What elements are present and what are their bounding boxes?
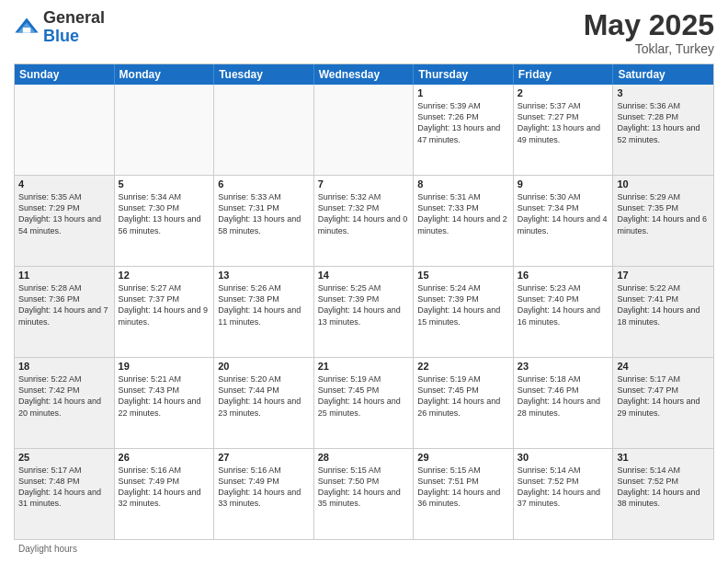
day-info: Sunrise: 5:17 AMSunset: 7:47 PMDaylight:…	[617, 373, 710, 419]
calendar-cell: 10Sunrise: 5:29 AMSunset: 7:35 PMDayligh…	[613, 176, 713, 266]
day-number: 6	[218, 178, 310, 190]
day-number: 13	[218, 270, 310, 281]
day-number: 22	[417, 361, 509, 372]
day-number: 16	[518, 270, 609, 281]
calendar-cell: 13Sunrise: 5:26 AMSunset: 7:38 PMDayligh…	[214, 267, 314, 357]
location: Toklar, Turkey	[584, 41, 714, 56]
day-info: Sunrise: 5:34 AMSunset: 7:30 PMDaylight:…	[119, 191, 210, 236]
day-of-week-header: Sunday	[15, 64, 115, 85]
day-info: Sunrise: 5:29 AMSunset: 7:35 PMDaylight:…	[617, 191, 710, 236]
calendar-cell: 4Sunrise: 5:35 AMSunset: 7:29 PMDaylight…	[15, 176, 115, 266]
day-info: Sunrise: 5:15 AMSunset: 7:51 PMDaylight:…	[417, 465, 509, 510]
calendar-cell: 2Sunrise: 5:37 AMSunset: 7:27 PMDaylight…	[514, 85, 614, 175]
logo-icon	[14, 15, 40, 40]
day-of-week-header: Wednesday	[314, 64, 415, 85]
day-info: Sunrise: 5:20 AMSunset: 7:44 PMDaylight:…	[218, 373, 310, 419]
daylight-label: Daylight hours	[18, 544, 77, 554]
calendar-cell: 9Sunrise: 5:30 AMSunset: 7:34 PMDaylight…	[514, 176, 614, 266]
day-number: 8	[417, 178, 509, 190]
calendar-cell: 11Sunrise: 5:28 AMSunset: 7:36 PMDayligh…	[15, 267, 115, 357]
day-of-week-header: Tuesday	[214, 64, 314, 85]
day-info: Sunrise: 5:22 AMSunset: 7:41 PMDaylight:…	[617, 282, 710, 327]
calendar-cell	[115, 85, 215, 175]
calendar-cell: 31Sunrise: 5:14 AMSunset: 7:52 PMDayligh…	[613, 449, 713, 539]
day-number: 12	[119, 270, 210, 281]
day-of-week-header: Saturday	[613, 64, 713, 85]
calendar-cell: 16Sunrise: 5:23 AMSunset: 7:40 PMDayligh…	[514, 267, 614, 357]
day-info: Sunrise: 5:21 AMSunset: 7:43 PMDaylight:…	[119, 373, 210, 419]
footer: Daylight hours	[14, 544, 714, 554]
day-info: Sunrise: 5:16 AMSunset: 7:49 PMDaylight:…	[218, 465, 310, 510]
calendar-cell: 28Sunrise: 5:15 AMSunset: 7:50 PMDayligh…	[314, 449, 415, 539]
calendar-cell: 25Sunrise: 5:17 AMSunset: 7:48 PMDayligh…	[15, 449, 115, 539]
day-info: Sunrise: 5:14 AMSunset: 7:52 PMDaylight:…	[518, 465, 609, 510]
calendar-cell: 29Sunrise: 5:15 AMSunset: 7:51 PMDayligh…	[414, 449, 514, 539]
day-of-week-header: Monday	[115, 64, 215, 85]
calendar-header-row: SundayMondayTuesdayWednesdayThursdayFrid…	[15, 64, 713, 85]
calendar-cell: 7Sunrise: 5:32 AMSunset: 7:32 PMDaylight…	[314, 176, 415, 266]
day-number: 5	[119, 178, 210, 190]
day-number: 28	[318, 452, 410, 463]
day-info: Sunrise: 5:31 AMSunset: 7:33 PMDaylight:…	[417, 191, 509, 236]
day-info: Sunrise: 5:39 AMSunset: 7:26 PMDaylight:…	[417, 100, 509, 145]
day-number: 25	[18, 452, 110, 463]
header: General Blue May 2025 Toklar, Turkey	[14, 9, 714, 56]
day-info: Sunrise: 5:35 AMSunset: 7:29 PMDaylight:…	[18, 191, 110, 236]
day-info: Sunrise: 5:19 AMSunset: 7:45 PMDaylight:…	[318, 373, 410, 419]
day-info: Sunrise: 5:33 AMSunset: 7:31 PMDaylight:…	[218, 191, 310, 236]
day-info: Sunrise: 5:15 AMSunset: 7:50 PMDaylight:…	[318, 465, 410, 510]
day-number: 1	[417, 87, 509, 98]
day-info: Sunrise: 5:26 AMSunset: 7:38 PMDaylight:…	[218, 282, 310, 327]
day-info: Sunrise: 5:18 AMSunset: 7:46 PMDaylight:…	[518, 373, 609, 419]
calendar-cell: 30Sunrise: 5:14 AMSunset: 7:52 PMDayligh…	[514, 449, 614, 539]
day-number: 18	[18, 361, 110, 372]
day-info: Sunrise: 5:14 AMSunset: 7:52 PMDaylight:…	[617, 465, 710, 510]
calendar-cell: 3Sunrise: 5:36 AMSunset: 7:28 PMDaylight…	[613, 85, 713, 175]
calendar-cell	[15, 85, 115, 175]
calendar-week-row: 11Sunrise: 5:28 AMSunset: 7:36 PMDayligh…	[15, 267, 713, 358]
day-number: 7	[318, 178, 410, 190]
calendar-cell: 14Sunrise: 5:25 AMSunset: 7:39 PMDayligh…	[314, 267, 415, 357]
calendar-cell: 22Sunrise: 5:19 AMSunset: 7:45 PMDayligh…	[414, 358, 514, 448]
day-info: Sunrise: 5:19 AMSunset: 7:45 PMDaylight:…	[417, 373, 509, 419]
calendar-cell: 1Sunrise: 5:39 AMSunset: 7:26 PMDaylight…	[414, 85, 514, 175]
day-number: 27	[218, 452, 310, 463]
calendar-week-row: 25Sunrise: 5:17 AMSunset: 7:48 PMDayligh…	[15, 449, 713, 539]
day-info: Sunrise: 5:37 AMSunset: 7:27 PMDaylight:…	[518, 100, 609, 145]
day-info: Sunrise: 5:17 AMSunset: 7:48 PMDaylight:…	[18, 465, 110, 510]
logo-general-text: General	[43, 9, 105, 28]
title-block: May 2025 Toklar, Turkey	[584, 9, 714, 56]
calendar-cell: 6Sunrise: 5:33 AMSunset: 7:31 PMDaylight…	[214, 176, 314, 266]
day-info: Sunrise: 5:24 AMSunset: 7:39 PMDaylight:…	[417, 282, 509, 327]
day-number: 15	[417, 270, 509, 281]
day-number: 9	[518, 178, 609, 190]
day-number: 26	[119, 452, 210, 463]
day-number: 3	[617, 87, 710, 98]
calendar-cell: 8Sunrise: 5:31 AMSunset: 7:33 PMDaylight…	[414, 176, 514, 266]
day-number: 21	[318, 361, 410, 372]
day-info: Sunrise: 5:22 AMSunset: 7:42 PMDaylight:…	[18, 373, 110, 419]
day-number: 23	[518, 361, 609, 372]
calendar-week-row: 18Sunrise: 5:22 AMSunset: 7:42 PMDayligh…	[15, 358, 713, 449]
calendar-cell: 12Sunrise: 5:27 AMSunset: 7:37 PMDayligh…	[115, 267, 215, 357]
day-number: 19	[119, 361, 210, 372]
calendar-cell: 20Sunrise: 5:20 AMSunset: 7:44 PMDayligh…	[214, 358, 314, 448]
day-number: 4	[18, 178, 110, 190]
calendar-cell: 19Sunrise: 5:21 AMSunset: 7:43 PMDayligh…	[115, 358, 215, 448]
day-info: Sunrise: 5:27 AMSunset: 7:37 PMDaylight:…	[119, 282, 210, 327]
day-number: 31	[617, 452, 710, 463]
day-number: 29	[417, 452, 509, 463]
day-info: Sunrise: 5:28 AMSunset: 7:36 PMDaylight:…	[18, 282, 110, 327]
day-info: Sunrise: 5:25 AMSunset: 7:39 PMDaylight:…	[318, 282, 410, 327]
day-info: Sunrise: 5:16 AMSunset: 7:49 PMDaylight:…	[119, 465, 210, 510]
calendar-cell	[314, 85, 415, 175]
logo-blue-text: Blue	[43, 28, 105, 46]
calendar-cell: 24Sunrise: 5:17 AMSunset: 7:47 PMDayligh…	[613, 358, 713, 448]
logo-text: General Blue	[43, 9, 105, 46]
month-title: May 2025	[584, 9, 714, 41]
logo: General Blue	[14, 9, 105, 46]
calendar-cell	[214, 85, 314, 175]
calendar-cell: 5Sunrise: 5:34 AMSunset: 7:30 PMDaylight…	[115, 176, 215, 266]
day-info: Sunrise: 5:36 AMSunset: 7:28 PMDaylight:…	[617, 100, 710, 145]
calendar-cell: 26Sunrise: 5:16 AMSunset: 7:49 PMDayligh…	[115, 449, 215, 539]
